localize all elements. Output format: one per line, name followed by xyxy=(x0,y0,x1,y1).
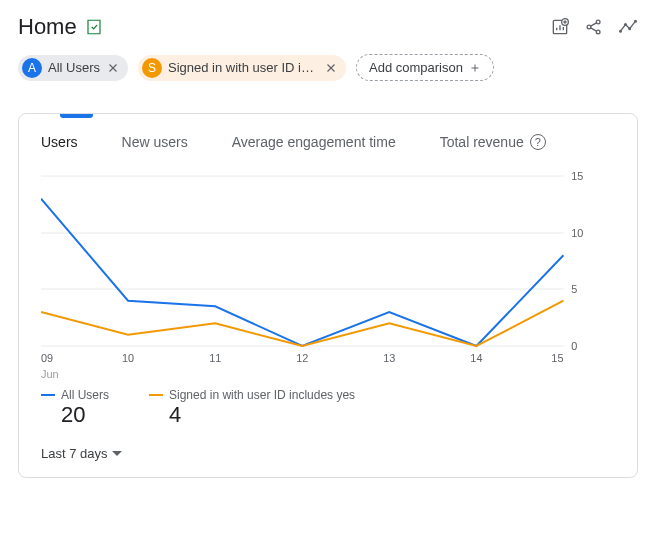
svg-text:14: 14 xyxy=(470,352,482,364)
series-all-users xyxy=(41,199,563,346)
close-icon[interactable] xyxy=(324,61,338,75)
page-title: Home xyxy=(18,14,77,40)
legend-item-all-users: All Users 20 xyxy=(41,388,109,428)
svg-point-3 xyxy=(596,20,600,24)
chevron-down-icon xyxy=(112,451,122,456)
insights-icon[interactable] xyxy=(618,17,638,37)
legend-item-signed-in: Signed in with user ID includes yes 4 xyxy=(149,388,355,428)
filter-badge-a: A xyxy=(22,58,42,78)
svg-point-8 xyxy=(635,20,637,22)
legend-label-b: Signed in with user ID includes yes xyxy=(169,388,355,402)
active-tab-indicator xyxy=(60,114,93,118)
svg-text:15: 15 xyxy=(551,352,563,364)
help-icon[interactable]: ? xyxy=(530,134,546,150)
svg-text:09: 09 xyxy=(41,352,53,364)
customize-dashboard-icon[interactable] xyxy=(550,17,570,37)
svg-text:11: 11 xyxy=(209,352,221,364)
add-comparison-label: Add comparison xyxy=(369,60,463,75)
tab-new-users[interactable]: New users xyxy=(122,134,188,150)
filter-chip-all-users[interactable]: A All Users xyxy=(18,55,128,81)
svg-point-5 xyxy=(620,30,622,32)
svg-text:10: 10 xyxy=(122,352,134,364)
legend-value-a: 20 xyxy=(41,402,109,428)
legend-value-b: 4 xyxy=(149,402,355,428)
filter-label-b: Signed in with user ID in… xyxy=(168,60,318,75)
x-axis-month: Jun xyxy=(37,366,619,380)
svg-text:5: 5 xyxy=(571,283,577,295)
svg-text:0: 0 xyxy=(571,340,577,352)
verified-badge-icon xyxy=(85,18,103,36)
filter-chip-signed-in[interactable]: S Signed in with user ID in… xyxy=(138,55,346,81)
filter-badge-b: S xyxy=(142,58,162,78)
legend-label-a: All Users xyxy=(61,388,109,402)
svg-point-7 xyxy=(629,28,631,30)
legend-swatch-a xyxy=(41,394,55,397)
svg-point-6 xyxy=(625,24,627,26)
filter-label-a: All Users xyxy=(48,60,100,75)
tab-avg-engagement[interactable]: Average engagement time xyxy=(232,134,396,150)
tab-users[interactable]: Users xyxy=(41,134,78,150)
svg-text:12: 12 xyxy=(296,352,308,364)
svg-text:13: 13 xyxy=(383,352,395,364)
close-icon[interactable] xyxy=(106,61,120,75)
plus-icon xyxy=(469,62,481,74)
legend-swatch-b xyxy=(149,394,163,397)
metrics-card: Users New users Average engagement time … xyxy=(18,113,638,478)
date-range-selector[interactable]: Last 7 days xyxy=(37,428,619,461)
series-signed-in xyxy=(41,301,563,346)
tab-total-revenue[interactable]: Total revenue ? xyxy=(440,134,546,150)
svg-point-2 xyxy=(587,25,591,29)
svg-point-4 xyxy=(596,30,600,34)
share-icon[interactable] xyxy=(584,17,604,37)
svg-text:10: 10 xyxy=(571,227,583,239)
add-comparison-button[interactable]: Add comparison xyxy=(356,54,494,81)
users-line-chart: 15 10 5 0 09 10 11 12 13 14 15 xyxy=(41,166,593,366)
svg-text:15: 15 xyxy=(571,170,583,182)
